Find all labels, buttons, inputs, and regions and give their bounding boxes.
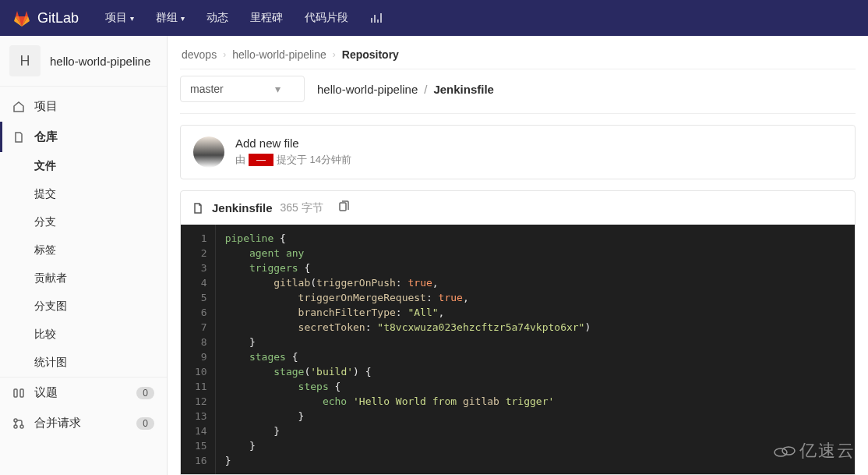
sidebar-item-repository[interactable]: 仓库 (0, 122, 167, 152)
sidebar-sub-graph[interactable]: 分支图 (0, 292, 167, 321)
file-header: Jenkinsfile 365 字节 (181, 191, 855, 225)
sidebar-item-merge-requests[interactable]: 合并请求 0 (0, 408, 167, 438)
mr-count-badge: 0 (136, 417, 154, 430)
chevron-down-icon: ▾ (130, 14, 134, 23)
sidebar-sub-contributors[interactable]: 贡献者 (0, 264, 167, 292)
file-name: Jenkinsfile (212, 201, 273, 214)
svg-point-4 (20, 425, 23, 428)
branch-name: master (190, 83, 224, 95)
gitlab-logo-icon (12, 9, 31, 27)
issues-icon (12, 387, 25, 399)
path-root[interactable]: hello-world-pipeline (317, 83, 418, 96)
project-header[interactable]: H hello-world-pipeline (0, 36, 167, 87)
commit-title[interactable]: Add new file (235, 136, 351, 150)
sidebar-item-label: 议题 (34, 385, 58, 400)
nav-snippets[interactable]: 代码片段 (297, 6, 356, 30)
sidebar-item-label: 项目 (34, 99, 58, 114)
nav-activity[interactable]: 动态 (199, 6, 236, 30)
doc-icon (12, 131, 25, 144)
brand[interactable]: GitLab (12, 9, 79, 27)
chevron-down-icon: ▾ (275, 83, 281, 95)
main-content: devops › hello-world-pipeline › Reposito… (168, 36, 868, 475)
last-commit-panel: Add new file 由 — 提交于 14分钟前 (180, 125, 856, 179)
author-avatar[interactable] (193, 136, 224, 168)
sidebar-sub-files[interactable]: 文件 (0, 152, 167, 180)
code-viewer: 1 2 3 4 5 6 7 8 9 10 11 12 13 14 15 16 p… (181, 225, 855, 474)
svg-point-7 (782, 447, 795, 455)
nav-milestones[interactable]: 里程碑 (242, 6, 291, 30)
file-size: 365 字节 (281, 201, 323, 215)
home-icon (12, 101, 25, 113)
sidebar-sub-branches[interactable]: 分支 (0, 208, 167, 236)
svg-rect-0 (14, 389, 17, 397)
commit-author[interactable]: — (249, 154, 273, 166)
copy-path-button[interactable] (337, 200, 350, 215)
nav-analytics-icon[interactable] (362, 7, 390, 29)
breadcrumb-item[interactable]: devops (182, 48, 217, 61)
nav-project[interactable]: 项目▾ (97, 6, 142, 30)
project-avatar: H (9, 45, 41, 76)
sidebar-sub-tags[interactable]: 标签 (0, 236, 167, 264)
svg-point-2 (14, 419, 17, 422)
nav-groups[interactable]: 群组▾ (148, 6, 192, 30)
merge-icon (12, 417, 25, 430)
chevron-down-icon: ▾ (181, 14, 185, 23)
svg-point-3 (14, 425, 17, 428)
breadcrumb-item[interactable]: hello-world-pipeline (232, 48, 326, 61)
line-numbers: 1 2 3 4 5 6 7 8 9 10 11 12 13 14 15 16 (181, 225, 216, 474)
commit-meta: 由 — 提交于 14分钟前 (235, 153, 351, 167)
sidebar-sub-compare[interactable]: 比较 (0, 321, 167, 349)
path-separator: / (424, 83, 427, 96)
branch-selector[interactable]: master ▾ (180, 76, 305, 102)
file-nav: master ▾ hello-world-pipeline / Jenkinsf… (180, 69, 856, 114)
svg-rect-5 (340, 203, 346, 211)
issues-count-badge: 0 (136, 387, 154, 399)
svg-point-6 (774, 448, 787, 456)
sidebar-item-label: 仓库 (34, 129, 58, 144)
top-nav: GitLab 项目▾ 群组▾ 动态 里程碑 代码片段 (0, 0, 868, 36)
breadcrumb-current: Repository (342, 48, 399, 61)
svg-rect-1 (20, 389, 23, 397)
brand-text: GitLab (37, 10, 79, 27)
sidebar-item-label: 合并请求 (34, 416, 81, 431)
sidebar-sub-commits[interactable]: 提交 (0, 180, 167, 208)
sidebar-item-project[interactable]: 项目 (0, 91, 167, 122)
chevron-right-icon: › (333, 49, 336, 60)
file-icon (192, 202, 204, 214)
project-name: hello-world-pipeline (50, 55, 150, 68)
file-path: hello-world-pipeline / Jenkinsfile (317, 83, 494, 96)
breadcrumb: devops › hello-world-pipeline › Reposito… (180, 36, 856, 69)
sidebar-sub-charts[interactable]: 统计图 (0, 349, 167, 377)
sidebar-item-issues[interactable]: 议题 0 (0, 377, 167, 408)
file-panel: Jenkinsfile 365 字节 1 2 3 4 5 6 7 8 9 10 … (180, 190, 856, 475)
path-current: Jenkinsfile (433, 83, 494, 96)
chevron-right-icon: › (223, 49, 226, 60)
sidebar: H hello-world-pipeline 项目 仓库 文件 提交 分支 标签… (0, 36, 168, 475)
code-content[interactable]: pipeline { agent any triggers { gitlab(t… (216, 225, 601, 474)
watermark: 亿速云 (773, 439, 856, 463)
